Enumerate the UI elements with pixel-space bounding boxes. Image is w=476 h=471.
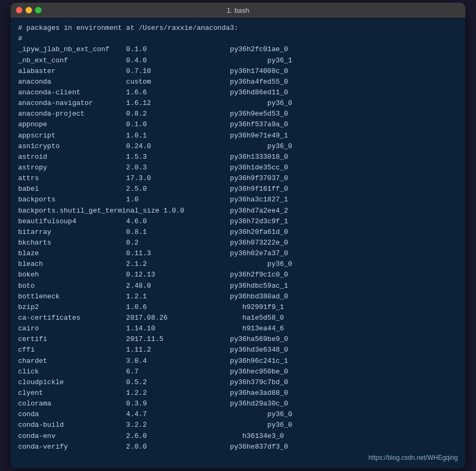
terminal-line: conda-env 2.6.0 h36134e3_0 [18, 431, 458, 442]
terminal-line: appscript 1.0.1 py36h9e71e49_1 [18, 131, 458, 141]
terminal-line: colorama 0.3.9 py36hd29a30c_0 [18, 399, 458, 409]
terminal-line: click 6.7 py36hec950be_0 [18, 367, 458, 377]
terminal-line: attrs 17.3.0 py36h9f37037_0 [18, 173, 458, 184]
terminal-line: bkcharts 0.2 py36h073222e_0 [18, 238, 458, 248]
terminal-line: _nb_ext_conf 0.4.0 py36_1 [18, 55, 458, 66]
titlebar: 1. bash [11, 3, 465, 18]
terminal-line: bzip2 1.0.6 h92991f9_1 [18, 302, 458, 313]
terminal-line: bokeh 0.12.13 py36h2f9c1c0_0 [18, 270, 458, 280]
traffic-lights [16, 7, 42, 13]
terminal-line: cairo 1.14.10 h913ea44_6 [18, 323, 458, 334]
maximize-button[interactable] [35, 7, 42, 13]
watermark: https://blog.csdn.net/WHEgqing [368, 453, 458, 463]
terminal-line: asn1crypto 0.24.0 py36_0 [18, 141, 458, 152]
terminal-line: anaconda-client 1.6.6 py36hd86ed11_0 [18, 87, 458, 98]
terminal-window: 1. bash # packages in environment at /Us… [11, 3, 465, 468]
terminal-line: bitarray 0.8.1 py36h20fa61d_0 [18, 227, 458, 238]
terminal-line: blaze 0.11.3 py36h02e7a37_0 [18, 248, 458, 259]
terminal-line: bleach 2.1.2 py36_0 [18, 259, 458, 270]
terminal-line: astropy 2.0.3 py36h1de35cc_0 [18, 163, 458, 173]
close-button[interactable] [16, 7, 22, 13]
terminal-line: astroid 1.5.3 py36h1333018_0 [18, 152, 458, 163]
terminal-output: # packages in environment at /Users/raxx… [18, 23, 458, 452]
terminal-line: chardet 3.0.4 py36h96c241c_1 [18, 356, 458, 367]
terminal-line: ca-certificates 2017.08.26 ha1e5d58_0 [18, 313, 458, 323]
terminal-line: conda-build 3.2.2 py36_0 [18, 420, 458, 431]
terminal-body[interactable]: # packages in environment at /Users/raxx… [11, 18, 465, 468]
terminal-line: conda 4.4.7 py36_0 [18, 409, 458, 420]
minimize-button[interactable] [26, 7, 32, 13]
terminal-line: beautifulsoup4 4.6.0 py36h72d3c9f_1 [18, 216, 458, 227]
terminal-line: babel 2.5.0 py36h9f161ff_0 [18, 184, 458, 194]
terminal-line: anaconda custom py36ha4fed55_0 [18, 77, 458, 87]
terminal-line: conda-verify 2.0.0 py36he837df3_0 [18, 442, 458, 452]
terminal-line: _ipyw_jlab_nb_ext_conf 0.1.0 py36h2fc01a… [18, 44, 458, 55]
terminal-line: alabaster 0.7.10 py36h174008c_0 [18, 66, 458, 77]
terminal-line: anaconda-navigator 1.6.12 py36_0 [18, 98, 458, 109]
terminal-line: certifi 2017.11.5 py36ha569be9_0 [18, 334, 458, 345]
terminal-line: cffi 1.11.2 py36hd3e6348_0 [18, 345, 458, 355]
terminal-line: # [18, 34, 458, 44]
terminal-line: backports 1.0 py36ha3c1827_1 [18, 194, 458, 205]
terminal-line: boto 2.48.0 py36hdbc59ac_1 [18, 281, 458, 291]
terminal-line: bottleneck 1.2.1 py36hbd380ad_0 [18, 291, 458, 302]
terminal-line: backports.shutil_get_terminal_size 1.0.0… [18, 206, 458, 216]
terminal-line: clyent 1.2.2 py36hae3ad88_0 [18, 388, 458, 399]
terminal-line: # packages in environment at /Users/raxx… [18, 23, 458, 34]
terminal-line: cloudpickle 0.5.2 py36h379c7bd_0 [18, 377, 458, 388]
terminal-line: appnope 0.1.0 py36hf537a9a_0 [18, 119, 458, 130]
window-title: 1. bash [227, 6, 250, 14]
terminal-line: anaconda-project 0.8.2 py36h9ee5d53_0 [18, 109, 458, 119]
